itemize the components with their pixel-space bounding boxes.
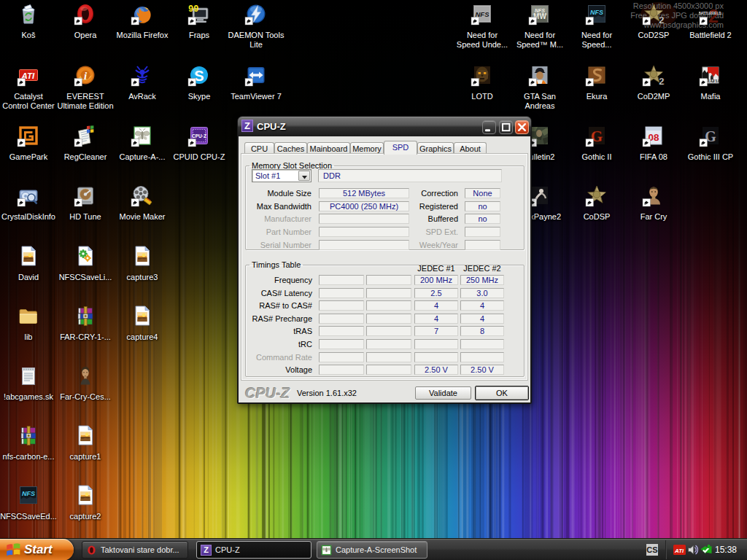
svg-text:NFS: NFS (476, 10, 490, 18)
svg-text:2: 2 (708, 6, 719, 26)
svg-text:ATi: ATi (674, 548, 684, 554)
svg-text:2: 2 (659, 76, 664, 87)
svg-text:NFS: NFS (590, 9, 603, 16)
svg-text:2: 2 (659, 15, 664, 26)
svg-text:99: 99 (188, 4, 198, 15)
svg-text:CPU·Z: CPU·Z (192, 133, 206, 139)
svg-text:NFS: NFS (22, 490, 35, 497)
svg-text:MAFIA: MAFIA (705, 79, 721, 83)
svg-text:BATTLEFIELD: BATTLEFIELD (699, 12, 721, 15)
